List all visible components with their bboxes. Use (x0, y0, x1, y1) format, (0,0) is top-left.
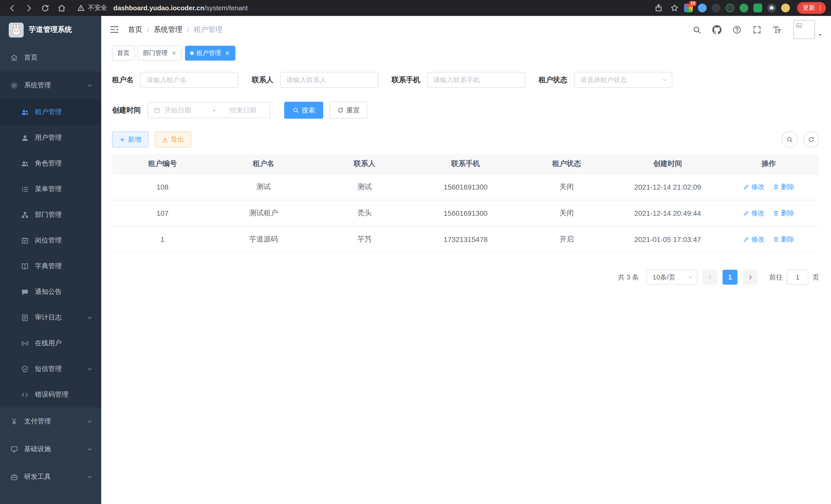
table-row: 107 测试租户 秃头 15601691300 关闭 2021-12-14 20… (112, 200, 819, 226)
sidebar-item-dashboard[interactable]: 首页 (0, 44, 101, 71)
date-end-placeholder[interactable]: 结束日期 (222, 106, 264, 115)
app-title: 芋道管理系统 (29, 25, 72, 34)
sidebar-item-infrastructure[interactable]: 基础设施 (0, 435, 101, 463)
table-toolbar: 新增 导出 (112, 131, 819, 147)
sidebar: 芋道管理系统 首页 系统管理 租户管理 (0, 16, 101, 504)
sidebar-item-online-users[interactable]: 在线用户 (0, 330, 101, 356)
sidebar-item-menu-management[interactable]: 菜单管理 (0, 176, 101, 202)
sidebar-item-dept-management[interactable]: 部门管理 (0, 202, 101, 228)
add-button[interactable]: 新增 (112, 131, 148, 147)
search-button[interactable]: 搜索 (284, 102, 323, 119)
delete-link[interactable]: 删除 (773, 235, 794, 244)
page-size-select[interactable]: 10条/页 (647, 270, 697, 285)
sidebar-item-tenant-management[interactable]: 租户管理 (0, 99, 101, 125)
cell-contact: 秃头 (314, 200, 415, 226)
forward-icon[interactable] (25, 4, 33, 12)
sidebar-item-system-management[interactable]: 系统管理 (0, 71, 101, 99)
tab-tenant-management[interactable]: 租户管理 (185, 46, 235, 60)
breadcrumb-system[interactable]: 系统管理 (154, 25, 182, 34)
sidebar-item-audit-log[interactable]: 审计日志 (0, 305, 101, 330)
chevron-down-icon (87, 418, 92, 424)
delete-link[interactable]: 删除 (773, 182, 794, 191)
tenant-status-input[interactable] (574, 72, 672, 88)
contact-input[interactable] (280, 72, 378, 88)
cell-phone: 15601691300 (415, 174, 516, 200)
tenant-name-input[interactable] (140, 72, 238, 88)
address-bar[interactable]: dashboard.yudao.iocoder.cn/system/tenant (113, 4, 248, 12)
reset-button[interactable]: 重置 (329, 102, 368, 119)
breadcrumb-home[interactable]: 首页 (128, 25, 142, 34)
phone-input[interactable] (427, 72, 525, 88)
user-avatar-menu[interactable] (794, 20, 823, 39)
edit-link[interactable]: 修改 (743, 209, 765, 218)
extensions-puzzle-icon[interactable] (767, 4, 776, 12)
help-icon[interactable] (732, 25, 742, 34)
create-time-range-picker[interactable]: 开始日期 - 结束日期 (147, 102, 270, 118)
goto-page-input[interactable] (787, 270, 808, 285)
profile-avatar-icon[interactable] (781, 4, 790, 12)
header-search-icon[interactable] (692, 25, 701, 34)
delete-link[interactable]: 删除 (773, 209, 794, 218)
dict-book-icon (21, 262, 29, 270)
share-icon[interactable] (654, 4, 663, 12)
chevron-down-icon (87, 474, 92, 480)
sidebar-item-dict-management[interactable]: 字典管理 (0, 253, 101, 279)
sidebar-item-post-management[interactable]: 岗位管理 (0, 228, 101, 253)
extension-icon-4[interactable] (726, 4, 735, 12)
table-row: 108 测试 测试 15601691300 关闭 2021-12-14 21:0… (112, 174, 819, 200)
tab-dept-management[interactable]: 部门管理 (138, 46, 182, 60)
column-header: 联系人 (314, 154, 415, 174)
edit-link[interactable]: 修改 (743, 182, 765, 191)
next-page-button[interactable] (743, 270, 757, 285)
toggle-search-button[interactable] (782, 131, 798, 147)
fullscreen-icon[interactable] (752, 25, 762, 34)
security-indicator[interactable]: 不安全 (77, 4, 107, 12)
tenant-status-select[interactable] (574, 72, 672, 88)
org-tree-icon (21, 211, 29, 218)
refresh-table-button[interactable] (803, 131, 819, 147)
cell-actions: 修改 删除 (718, 200, 819, 226)
page-number-button[interactable]: 1 (722, 270, 738, 285)
browser-home-icon[interactable] (58, 4, 66, 12)
url-path: /system/tenant (204, 4, 248, 12)
extension-icon-6[interactable] (753, 4, 762, 12)
browser-menu-dots-icon[interactable] (816, 5, 823, 11)
font-size-icon[interactable] (772, 25, 782, 34)
reload-icon[interactable] (41, 4, 49, 12)
extension-icon-1[interactable]: 10 (684, 4, 693, 12)
sidebar-item-role-management[interactable]: 角色管理 (0, 151, 101, 176)
export-button[interactable]: 导出 (155, 131, 191, 147)
tab-label: 租户管理 (196, 49, 221, 57)
cell-actions: 修改 删除 (718, 174, 819, 200)
sidebar-item-error-code[interactable]: 错误码管理 (0, 382, 101, 407)
sidebar-item-dev-tools[interactable]: 研发工具 (0, 463, 101, 491)
tab-home[interactable]: 首页 (112, 46, 135, 60)
extension-icon-2[interactable] (698, 4, 707, 12)
prev-page-button[interactable] (703, 270, 717, 285)
sidebar-item-payment[interactable]: 支付管理 (0, 407, 101, 435)
bookmark-star-icon[interactable] (670, 4, 679, 12)
back-icon[interactable] (8, 4, 17, 12)
goto-label: 前往 (769, 272, 783, 282)
top-header: 首页 / 系统管理 / 租户管理 (101, 16, 831, 43)
sidebar-item-user-management[interactable]: 用户管理 (0, 125, 101, 151)
tab-close-icon[interactable] (225, 50, 230, 56)
sidebar-logo[interactable]: 芋道管理系统 (0, 16, 101, 44)
sidebar-item-notice[interactable]: 通知公告 (0, 279, 101, 305)
github-icon[interactable] (712, 25, 721, 34)
system-submenu: 租户管理 用户管理 角色管理 菜单管理 (0, 99, 101, 407)
tab-close-icon[interactable] (171, 50, 177, 56)
date-start-placeholder[interactable]: 开始日期 (165, 106, 207, 115)
cell-status: 开启 (516, 226, 617, 253)
extension-icon-3[interactable] (712, 4, 720, 12)
extension-icon-5[interactable] (740, 4, 748, 12)
create-time-label: 创建时间 (112, 106, 141, 115)
search-button-label: 搜索 (302, 106, 315, 115)
sidebar-item-sms-management[interactable]: 短信管理 (0, 356, 101, 382)
filter-contact: 联系人 (252, 72, 378, 88)
sidebar-fold-icon[interactable] (110, 25, 119, 34)
infra-monitor-icon (10, 445, 18, 453)
edit-link[interactable]: 修改 (743, 235, 765, 244)
chrome-update-button[interactable]: 更新 (797, 2, 826, 14)
trash-icon (773, 236, 779, 242)
